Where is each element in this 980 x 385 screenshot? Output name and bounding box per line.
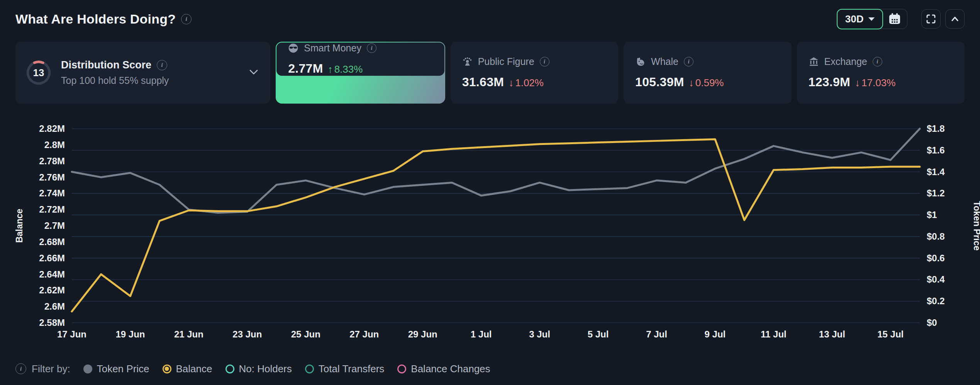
public-figure-value: 31.63M	[462, 75, 504, 89]
smart-money-label: Smart Money	[304, 43, 361, 54]
right-axis-tick: $1.4	[927, 167, 945, 177]
filter-by-label: Filter by:	[32, 363, 70, 375]
exchange-label: Exchange	[824, 56, 867, 67]
whale-delta: ↓0.59%	[689, 77, 724, 89]
left-axis-tick: 2.74M	[39, 188, 65, 198]
right-axis-tick: $1.2	[927, 188, 945, 198]
left-axis-tick: 2.76M	[39, 172, 65, 182]
panel-header: What Are Holders Doing? i 30D	[15, 4, 965, 34]
smart-money-icon	[288, 43, 298, 53]
x-axis-tick: 17 Jun	[57, 329, 86, 339]
legend-item-token-price[interactable]: Token Price	[83, 363, 149, 375]
distribution-score-gauge: 13	[25, 60, 52, 86]
x-axis-tick: 21 Jun	[174, 329, 203, 339]
x-axis-tick: 9 Jul	[705, 329, 726, 339]
left-axis-title: Balance	[14, 209, 24, 243]
smart-money-value: 2.77M	[288, 61, 323, 76]
balance-swatch-icon	[163, 365, 171, 373]
right-axis-tick: $1.6	[927, 145, 945, 155]
right-axis-title: Token Price	[972, 201, 980, 251]
filter-info-icon[interactable]: i	[15, 363, 26, 374]
x-axis-tick: 3 Jul	[529, 329, 550, 339]
left-axis-tick: 2.62M	[39, 285, 65, 295]
whale-icon	[635, 56, 646, 67]
fullscreen-button[interactable]	[921, 9, 941, 29]
whale-label: Whale	[651, 56, 678, 67]
right-axis-tick: $1	[927, 210, 937, 220]
distribution-score-card: 13 Distribution Score i Top 100 hold 55%…	[15, 42, 270, 104]
exchange-icon	[809, 56, 819, 67]
left-axis-tick: 2.66M	[39, 253, 65, 263]
holders-panel: What Are Holders Doing? i 30D	[0, 0, 980, 385]
distribution-score-subtitle: Top 100 hold 55% supply	[61, 75, 169, 86]
distribution-score-value: 13	[33, 67, 44, 78]
legend-item-total-transfers[interactable]: Total Transfers	[305, 363, 385, 375]
x-axis-tick: 7 Jul	[646, 329, 667, 339]
range-dropdown-button[interactable]: 30D	[837, 9, 883, 29]
left-axis-tick: 2.82M	[39, 123, 65, 134]
stat-cards-row: 13 Distribution Score i Top 100 hold 55%…	[15, 42, 965, 104]
calendar-button[interactable]	[882, 9, 907, 29]
distribution-score-title: Distribution Score	[61, 59, 151, 71]
calendar-icon	[888, 13, 901, 25]
x-axis-tick: 23 Jun	[232, 329, 262, 339]
public-figure-delta: ↓1.02%	[509, 77, 544, 89]
x-axis-tick: 27 Jun	[349, 329, 379, 339]
legend-item-no-holders[interactable]: No: Holders	[226, 363, 292, 375]
left-axis-tick: 2.72M	[39, 204, 65, 215]
page-title: What Are Holders Doing?	[15, 12, 176, 27]
left-axis-tick: 2.58M	[39, 317, 65, 328]
left-axis-tick: 2.6M	[44, 301, 65, 312]
whale-card[interactable]: Whale i 105.39M ↓0.59%	[624, 42, 791, 104]
x-axis-tick: 15 Jul	[877, 329, 904, 339]
exchange-delta: ↓17.03%	[855, 77, 895, 89]
token-price-line	[72, 129, 920, 213]
range-dropdown-label: 30D	[845, 13, 864, 25]
balance-line	[72, 139, 920, 312]
distribution-expand-button[interactable]	[247, 67, 260, 78]
left-axis-tick: 2.64M	[39, 269, 65, 279]
x-axis-tick: 5 Jul	[588, 329, 609, 339]
public-figure-card[interactable]: Public Figure i 31.63M ↓1.02%	[451, 42, 618, 104]
right-axis-tick: $0.4	[927, 274, 945, 284]
dropdown-caret-icon	[868, 17, 875, 21]
legend-item-balance-changes[interactable]: Balance Changes	[397, 363, 490, 375]
no-holders-swatch-icon	[226, 365, 234, 373]
collapse-button[interactable]	[945, 9, 965, 29]
distribution-info-icon[interactable]: i	[157, 60, 167, 70]
fullscreen-icon	[926, 14, 936, 24]
exchange-card[interactable]: Exchange i 123.9M ↓17.03%	[797, 42, 965, 104]
holders-chart[interactable]: 2.82M2.8M2.78M2.76M2.74M2.72M2.7M2.68M2.…	[0, 114, 980, 353]
smart-money-info-icon[interactable]: i	[367, 43, 376, 53]
public-figure-icon	[462, 56, 473, 67]
whale-info-icon[interactable]: i	[684, 57, 693, 66]
exchange-value: 123.9M	[809, 75, 851, 89]
x-axis-tick: 25 Jun	[291, 329, 320, 339]
exchange-info-icon[interactable]: i	[873, 57, 882, 66]
chevron-down-icon	[249, 70, 258, 75]
title-info-icon[interactable]: i	[181, 14, 192, 24]
x-axis-tick: 1 Jul	[471, 329, 492, 339]
balance-changes-swatch-icon	[397, 365, 406, 373]
legend-item-balance[interactable]: Balance	[163, 363, 212, 375]
header-controls: 30D	[837, 9, 965, 29]
public-figure-info-icon[interactable]: i	[540, 57, 549, 66]
token-price-swatch-icon	[83, 365, 92, 373]
total-transfers-swatch-icon	[305, 365, 314, 373]
x-axis-tick: 29 Jun	[408, 329, 437, 339]
right-axis-tick: $1.8	[927, 123, 945, 134]
x-axis-tick: 13 Jul	[819, 329, 845, 339]
right-axis-tick: $0.6	[927, 253, 945, 263]
left-axis-tick: 2.78M	[39, 156, 65, 166]
x-axis-tick: 19 Jun	[115, 329, 145, 339]
left-axis-tick: 2.68M	[39, 237, 65, 247]
collapse-chevron-up-icon	[949, 14, 960, 24]
date-range-group: 30D	[837, 9, 907, 29]
smart-money-card[interactable]: Smart Money i 2.77M ↑8.33%	[276, 43, 444, 76]
x-axis-tick: 11 Jul	[761, 329, 787, 339]
chart-legend: i Filter by: Token Price Balance No: Hol…	[15, 359, 490, 378]
smart-money-delta: ↑8.33%	[328, 63, 363, 75]
left-axis-tick: 2.7M	[44, 220, 65, 231]
right-axis-tick: $0.8	[927, 231, 945, 242]
public-figure-label: Public Figure	[478, 56, 534, 67]
